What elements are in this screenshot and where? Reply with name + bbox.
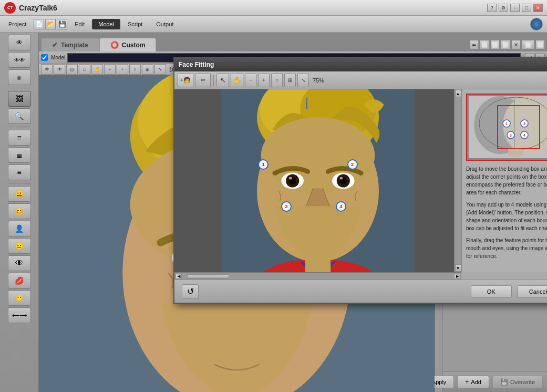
- vt-eye2[interactable]: 👁: [54, 64, 65, 75]
- tab-template[interactable]: ✔ Template: [41, 38, 99, 51]
- sidebar-btn-lines1[interactable]: ≡: [8, 130, 31, 146]
- vt-eye1[interactable]: 👁: [41, 64, 53, 75]
- tab-toolbar-btn5[interactable]: ✕: [511, 40, 521, 49]
- menu-icon-save[interactable]: 💾: [57, 19, 67, 29]
- svg-text:4: 4: [523, 133, 525, 137]
- svg-text:2: 2: [523, 122, 525, 126]
- dialog-hscrollbar[interactable]: ◀ ▶: [174, 272, 461, 280]
- menu-output[interactable]: Output: [150, 19, 180, 29]
- dialog-info-panel: 1 2 3 4 Drag to m: [461, 89, 547, 272]
- svg-text:1: 1: [505, 122, 508, 126]
- feature-point-2[interactable]: 2: [347, 159, 358, 170]
- dialog-reset-btn[interactable]: ↺: [182, 284, 199, 299]
- face-preview-inner: 1 2 3 4: [469, 96, 547, 158]
- svg-rect-33: [305, 257, 331, 272]
- left-sidebar: 👁 👁👁 ◎ 🖼 🔍 ≡ ≣ ≡ 😀 😊 👤 😐 👁 💋 😶 ⟵⟶: [0, 33, 39, 392]
- title-bar-left: CT CrazyTalk6: [4, 2, 57, 14]
- feature-point-3[interactable]: 3: [281, 201, 292, 212]
- dialog-viewport[interactable]: 1 2 3 4 ▲ ▼: [174, 89, 461, 272]
- vt-grid[interactable]: ⊞: [142, 64, 153, 75]
- instruction-text-2: You may add up to 4 models using '+ (Add…: [466, 201, 547, 232]
- feature-point-4[interactable]: 4: [336, 201, 346, 212]
- dialog-title: Face Fitting: [179, 61, 214, 68]
- action-bar: 🖼 Apply + Add 💾 Overwrite: [442, 371, 547, 392]
- dialog-footer: ↺ OK Cancel: [174, 280, 547, 303]
- sidebar-btn-face3[interactable]: 😐: [8, 238, 31, 254]
- dialog-toolbar: +🧑 ✏ ↖ ✋ − + ○ ⊞ ⤡ 75%: [174, 71, 547, 89]
- sidebar-btn-face4[interactable]: 😶: [8, 290, 31, 306]
- dialog-titlebar: Face Fitting ✕: [174, 58, 547, 71]
- sidebar-btn-mouth[interactable]: 💋: [8, 273, 31, 288]
- sidebar-btn-lines3[interactable]: ≡: [8, 164, 31, 180]
- dialog-character-svg: [174, 89, 461, 272]
- add-button[interactable]: + Add: [457, 376, 489, 388]
- dialog-vscrollbar[interactable]: ▲ ▼: [454, 89, 461, 272]
- dt-add-model[interactable]: +🧑: [178, 74, 193, 87]
- dt-cursor[interactable]: ↖: [216, 74, 229, 87]
- help-button[interactable]: ?: [487, 4, 497, 12]
- tab-toolbar-btn4[interactable]: ⬜: [501, 40, 510, 49]
- sidebar-btn-eye3[interactable]: ◎: [8, 69, 31, 85]
- sidebar-btn-image[interactable]: 🖼: [8, 91, 31, 107]
- sidebar-btn-arrows[interactable]: ⟵⟶: [8, 307, 31, 323]
- dialog-content: 1 2 3 4 ▲ ▼: [174, 89, 547, 272]
- sidebar-btn-eye-large[interactable]: 👁: [8, 255, 31, 271]
- tab-toolbar-btn1[interactable]: ⬅: [469, 40, 479, 49]
- menu-edit[interactable]: Edit: [68, 19, 91, 29]
- menu-icon-new[interactable]: 📄: [34, 19, 44, 29]
- dialog-zoom-label: 75%: [313, 77, 324, 84]
- sidebar-btn-face2[interactable]: 😊: [8, 203, 31, 219]
- sidebar-btn-eye2[interactable]: 👁👁: [8, 52, 31, 68]
- menu-script[interactable]: Script: [121, 19, 149, 29]
- vt-circle[interactable]: ○: [129, 64, 141, 75]
- dt-minus[interactable]: −: [245, 74, 256, 87]
- world-icon[interactable]: [530, 18, 543, 30]
- face-preview-wrapper: 1 2 3 4: [466, 94, 547, 161]
- vt-resize[interactable]: ⤡: [154, 64, 166, 75]
- svg-point-22: [261, 117, 375, 193]
- vt-hand[interactable]: ✋: [91, 64, 103, 75]
- overwrite-button: 💾 Overwrite: [492, 376, 543, 388]
- dialog-cancel-btn[interactable]: Cancel: [517, 285, 547, 298]
- menu-model[interactable]: Model: [92, 19, 120, 29]
- tab-toolbar-btn7[interactable]: ⬜: [535, 40, 545, 49]
- settings-icon[interactable]: ⚙: [499, 4, 508, 12]
- svg-text:3: 3: [510, 133, 512, 137]
- tab-toolbar-btn3[interactable]: ⬜: [490, 40, 500, 49]
- close-button[interactable]: ✕: [533, 4, 543, 12]
- vt-eye3[interactable]: ◎: [66, 64, 78, 75]
- menu-project[interactable]: Project: [2, 19, 33, 29]
- svg-point-26: [289, 177, 292, 180]
- title-bar-right: ? ⚙ − □ ✕: [487, 4, 543, 12]
- sidebar-btn-eye1[interactable]: 👁: [8, 35, 31, 50]
- dialog-ok-btn[interactable]: OK: [471, 285, 512, 298]
- menu-icon-open[interactable]: 📂: [45, 19, 56, 29]
- sidebar-btn-face1[interactable]: 😀: [8, 186, 31, 202]
- tab-toolbar-btn2[interactable]: ⬜: [480, 40, 489, 49]
- tab-custom[interactable]: ⭕ Custom: [99, 38, 157, 51]
- dt-edit[interactable]: ✏: [195, 74, 211, 87]
- instruction-text-1: Drag to move the bounding box and adjust…: [466, 165, 547, 197]
- sidebar-btn-zoom[interactable]: 🔍: [8, 108, 31, 124]
- sidebar-btn-profile[interactable]: 👤: [8, 221, 31, 236]
- app-window: CT CrazyTalk6 ? ⚙ − □ ✕ Project 📄 📂 💾 Ed…: [0, 0, 547, 392]
- sidebar-btn-lines2[interactable]: ≣: [8, 147, 31, 163]
- dt-resize[interactable]: ⤡: [297, 74, 309, 87]
- top-tabs-bar: ✔ Template ⭕ Custom ⬅ ⬜ ⬜ ⬜ ✕ ⬜ ⬜: [39, 33, 547, 51]
- face-preview-svg: 1 2 3 4: [469, 96, 547, 158]
- feature-point-1[interactable]: 1: [258, 159, 269, 170]
- dt-circle[interactable]: ○: [271, 74, 283, 87]
- vt-minus[interactable]: −: [104, 64, 116, 75]
- app-logo: CT: [4, 2, 16, 14]
- minimize-button[interactable]: −: [510, 4, 520, 12]
- menu-bar: Project 📄 📂 💾 Edit Model Script Output: [0, 16, 547, 33]
- dt-hand[interactable]: ✋: [231, 74, 243, 87]
- vt-box[interactable]: □: [79, 64, 90, 75]
- dt-plus[interactable]: +: [258, 74, 270, 87]
- vt-plus[interactable]: +: [117, 64, 128, 75]
- maximize-button[interactable]: □: [522, 4, 531, 12]
- model-checkbox[interactable]: [41, 54, 48, 61]
- tab-toolbar-btn6[interactable]: ⬜: [522, 40, 534, 49]
- dt-grid[interactable]: ⊞: [284, 74, 296, 87]
- svg-rect-48: [508, 149, 523, 157]
